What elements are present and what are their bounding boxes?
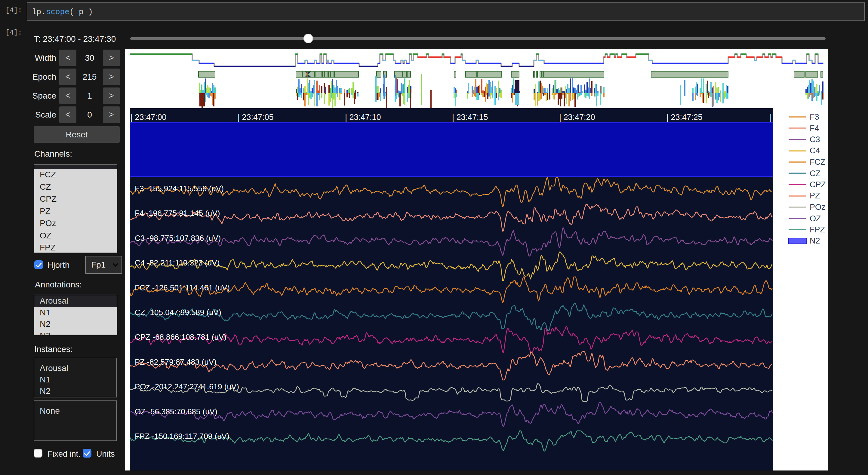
svg-text:| 23:47:10: | 23:47:10	[345, 113, 381, 122]
svg-text:CPZ -68.866:108.781 (uV): CPZ -68.866:108.781 (uV)	[135, 332, 226, 342]
svg-text:C4: C4	[810, 146, 820, 155]
svg-text:POz -2012.247:2741.619 (uV): POz -2012.247:2741.619 (uV)	[135, 382, 239, 391]
svg-text:F3 -155.924:115.559 (uV): F3 -155.924:115.559 (uV)	[135, 184, 224, 193]
svg-text:| 23:47:05: | 23:47:05	[238, 113, 274, 122]
svg-text:C3 -98.775:107.836 (uV): C3 -98.775:107.836 (uV)	[135, 233, 221, 243]
svg-text:PZ -82.579:87.483 (uV): PZ -82.579:87.483 (uV)	[135, 357, 217, 367]
svg-text:C4 -82.211:119.323 (uV): C4 -82.211:119.323 (uV)	[135, 258, 220, 267]
svg-text:CZ: CZ	[810, 169, 820, 178]
svg-text:C3: C3	[810, 135, 820, 144]
svg-text:N2: N2	[810, 236, 820, 245]
svg-text:F4 -196.775:91.145 (uV): F4 -196.775:91.145 (uV)	[135, 209, 220, 218]
svg-text:| 23:47:00: | 23:47:00	[130, 113, 166, 122]
svg-text:CPZ: CPZ	[810, 180, 826, 189]
svg-text:CZ -105.047:99.589 (uV): CZ -105.047:99.589 (uV)	[135, 308, 221, 317]
svg-text:OZ -56.385:70.685 (uV): OZ -56.385:70.685 (uV)	[135, 407, 217, 416]
svg-text:FCZ -126.501:114.461 (uV): FCZ -126.501:114.461 (uV)	[135, 283, 230, 292]
svg-text:FPZ: FPZ	[810, 225, 825, 234]
svg-text:OZ: OZ	[810, 214, 821, 223]
svg-text:FPZ -150.169:117.709 (uV): FPZ -150.169:117.709 (uV)	[135, 432, 229, 441]
svg-text:PZ: PZ	[810, 191, 820, 200]
svg-text:|: |	[770, 113, 772, 122]
svg-text:| 23:47:25: | 23:47:25	[666, 113, 703, 122]
svg-text:| 23:47:20: | 23:47:20	[559, 113, 595, 122]
svg-text:FCZ: FCZ	[810, 158, 825, 166]
svg-text:F4: F4	[810, 124, 819, 133]
svg-text:POz: POz	[810, 202, 826, 212]
svg-text:F3: F3	[810, 113, 819, 122]
svg-text:| 23:47:15: | 23:47:15	[452, 113, 488, 122]
